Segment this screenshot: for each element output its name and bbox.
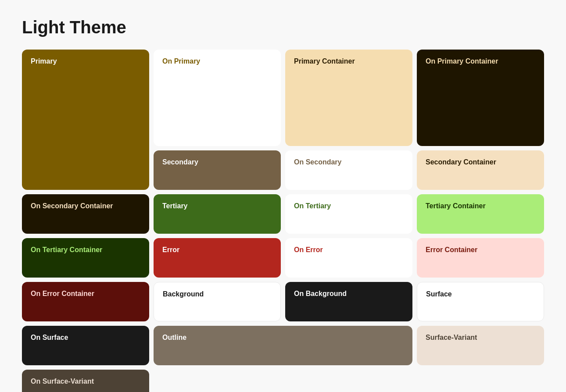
- on-primary-cell: On Primary: [154, 50, 281, 146]
- on-primary-container-cell: On Primary Container: [417, 50, 544, 146]
- on-secondary-container-cell: On Secondary Container: [22, 194, 149, 234]
- outline-cell: Outline: [154, 326, 412, 365]
- on-tertiary-cell: On Tertiary: [285, 194, 412, 234]
- color-grid: Primary On Primary Primary Container On …: [22, 50, 544, 392]
- on-background-cell: On Background: [285, 282, 412, 321]
- secondary-container-cell: Secondary Container: [417, 150, 544, 190]
- tertiary-container-cell: Tertiary Container: [417, 194, 544, 234]
- tertiary-cell: Tertiary: [154, 194, 281, 234]
- on-error-container-cell: On Error Container: [22, 282, 149, 321]
- surface-variant-cell: Surface-Variant: [417, 326, 544, 365]
- primary-container-cell: Primary Container: [285, 50, 412, 146]
- error-cell: Error: [154, 238, 281, 278]
- page-title: Light Theme: [22, 18, 544, 37]
- surface-cell: Surface: [417, 282, 544, 321]
- background-cell: Background: [154, 282, 281, 321]
- on-surface-cell: On Surface: [22, 326, 149, 365]
- on-surface-variant-cell: On Surface-Variant: [22, 370, 149, 392]
- error-container-cell: Error Container: [417, 238, 544, 278]
- primary-cell: Primary: [22, 50, 149, 190]
- on-tertiary-container-cell: On Tertiary Container: [22, 238, 149, 278]
- on-secondary-cell: On Secondary: [285, 150, 412, 190]
- secondary-cell: Secondary: [154, 150, 281, 190]
- on-error-cell: On Error: [285, 238, 412, 278]
